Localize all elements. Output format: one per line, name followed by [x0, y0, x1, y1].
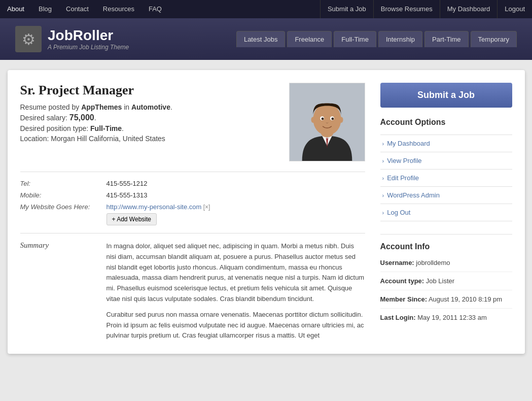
- member-since-row: Member Since: August 19, 2010 8:19 pm: [380, 295, 512, 309]
- nav-about[interactable]: About: [0, 0, 31, 18]
- tel-label: Tel:: [20, 180, 107, 187]
- chevron-right-icon: ›: [382, 141, 384, 147]
- mobile-value: 415-555-1313: [107, 191, 148, 199]
- tab-freelance[interactable]: Freelance: [287, 31, 332, 47]
- salary-label: Desired salary:: [20, 114, 69, 122]
- sidebar: Submit a Job Account Options › My Dashbo…: [380, 83, 512, 341]
- resume-title: Sr. Project Manager: [20, 83, 172, 98]
- account-options-menu: › My Dashboard › View Profile › Edit Pro…: [380, 135, 512, 221]
- resume-info: Sr. Project Manager Resume posted by App…: [20, 83, 172, 145]
- logo-text: JobRoller A Premium Job Listing Theme: [48, 27, 129, 51]
- summary-label: Summary: [20, 241, 107, 250]
- content-wrapper: Sr. Project Manager Resume posted by App…: [8, 70, 525, 354]
- position-suffix: .: [122, 124, 124, 132]
- tab-part-time[interactable]: Part-Time: [424, 31, 469, 47]
- account-options-title: Account Options: [380, 118, 512, 129]
- resume-category: Automotive: [131, 103, 170, 111]
- logout-link[interactable]: › Log Out: [380, 204, 512, 221]
- tab-temporary[interactable]: Temporary: [471, 31, 517, 47]
- account-type-value: Job Lister: [426, 277, 454, 285]
- account-type-label: Account type:: [380, 277, 424, 285]
- svg-point-6: [331, 118, 334, 120]
- tab-full-time[interactable]: Full-Time: [334, 31, 376, 47]
- edit-profile-link[interactable]: › Edit Profile: [380, 170, 512, 186]
- account-info-title: Account Info: [380, 242, 512, 254]
- website-label: My Website Goes Here:: [20, 203, 107, 225]
- in-text: in: [122, 103, 131, 111]
- logout-link-label: Log Out: [387, 209, 410, 216]
- position-value: Full-Time: [90, 124, 122, 132]
- mobile-row: Mobile: 415-555-1313: [20, 191, 365, 199]
- top-nav-left: About Blog Contact Resources FAQ: [0, 0, 169, 18]
- chevron-right-icon: ›: [382, 175, 384, 181]
- summary-paragraph-2: Curabitur sed purus non massa ornare ven…: [107, 310, 365, 341]
- resume-location-line: Location: Morgan Hill California, United…: [20, 135, 172, 143]
- site-subtitle: A Premium Job Listing Theme: [48, 44, 129, 51]
- website-value: http://www.my-personal-site.com [×] + Ad…: [107, 203, 210, 225]
- nav-logout[interactable]: Logout: [497, 0, 532, 18]
- tab-latest-jobs[interactable]: Latest Jobs: [236, 31, 286, 47]
- nav-browse-resumes[interactable]: Browse Resumes: [373, 0, 440, 18]
- location-label: Location:: [20, 135, 51, 143]
- posted-by-prefix: Resume posted by: [20, 103, 82, 111]
- nav-blog[interactable]: Blog: [31, 0, 59, 18]
- dashboard-link[interactable]: › My Dashboard: [380, 135, 512, 152]
- resume-position-line: Desired position type: Full-Time.: [20, 124, 172, 132]
- resume-photo: [289, 83, 365, 161]
- submit-job-button[interactable]: Submit a Job: [380, 83, 512, 108]
- resume-header: Sr. Project Manager Resume posted by App…: [20, 83, 365, 161]
- chevron-right-icon: ›: [382, 158, 384, 164]
- chevron-right-icon: ›: [382, 210, 384, 216]
- website-close[interactable]: [×]: [201, 204, 210, 211]
- last-login-row: Last Login: May 19, 2011 12:33 am: [380, 314, 512, 326]
- summary-paragraph-1: In magna dolor, aliquet sed aliquet nec,…: [107, 241, 365, 305]
- main-content: Sr. Project Manager Resume posted by App…: [20, 83, 380, 341]
- member-since-label: Member Since:: [380, 295, 427, 303]
- tab-internship[interactable]: Internship: [378, 31, 422, 47]
- website-link[interactable]: http://www.my-personal-site.com: [107, 203, 202, 211]
- username-row: Username: jobrolldemo: [380, 259, 512, 272]
- svg-point-7: [311, 117, 315, 123]
- nav-faq[interactable]: FAQ: [141, 0, 169, 18]
- top-nav-right: Submit a Job Browse Resumes My Dashboard…: [320, 0, 532, 18]
- mobile-label: Mobile:: [20, 191, 107, 199]
- nav-my-dashboard[interactable]: My Dashboard: [440, 0, 498, 18]
- wordpress-admin-link[interactable]: › WordPress Admin: [380, 187, 512, 204]
- top-navigation: About Blog Contact Resources FAQ Submit …: [0, 0, 532, 18]
- menu-item-dashboard: › My Dashboard: [380, 135, 512, 152]
- menu-item-view-profile: › View Profile: [380, 152, 512, 170]
- nav-submit-job[interactable]: Submit a Job: [320, 0, 373, 18]
- menu-item-edit-profile: › Edit Profile: [380, 170, 512, 187]
- nav-resources[interactable]: Resources: [96, 0, 141, 18]
- add-website-button[interactable]: + Add Website: [107, 213, 157, 225]
- position-label: Desired position type:: [20, 124, 91, 132]
- svg-point-2: [313, 104, 341, 136]
- last-login-value: May 19, 2011 12:33 am: [417, 314, 487, 321]
- username-label: Username:: [380, 259, 414, 266]
- username-value: jobrolldemo: [416, 259, 450, 266]
- tel-value: 415-555-1212: [107, 180, 148, 187]
- resume-author-line: Resume posted by AppThemes in Automotive…: [20, 103, 172, 111]
- contact-section: Tel: 415-555-1212 Mobile: 415-555-1313 M…: [20, 172, 365, 225]
- summary-section: Summary In magna dolor, aliquet sed aliq…: [20, 233, 365, 341]
- salary-suffix: .: [94, 114, 96, 122]
- resume-salary-line: Desired salary: 75,000.: [20, 113, 172, 122]
- resume-author: AppThemes: [81, 103, 122, 111]
- member-since-value: August 19, 2010 8:19 pm: [429, 295, 502, 303]
- svg-point-5: [321, 118, 324, 120]
- account-type-row: Account type: Job Lister: [380, 277, 512, 290]
- nav-contact[interactable]: Contact: [59, 0, 96, 18]
- svg-point-8: [339, 117, 343, 123]
- site-title: JobRoller: [48, 27, 129, 44]
- chevron-right-icon: ›: [382, 192, 384, 198]
- menu-item-wordpress-admin: › WordPress Admin: [380, 187, 512, 204]
- account-options-section: Account Options › My Dashboard › View Pr…: [380, 118, 512, 221]
- category-suffix: .: [170, 103, 172, 111]
- site-header: JobRoller A Premium Job Listing Theme La…: [0, 18, 532, 60]
- location-value: Morgan Hill California, United States: [51, 135, 165, 143]
- account-info-section: Account Info Username: jobrolldemo Accou…: [380, 234, 512, 326]
- main-navigation: Latest Jobs Freelance Full-Time Internsh…: [236, 31, 517, 47]
- view-profile-link[interactable]: › View Profile: [380, 152, 512, 169]
- view-profile-link-label: View Profile: [387, 157, 421, 164]
- logo-icon: [15, 26, 42, 52]
